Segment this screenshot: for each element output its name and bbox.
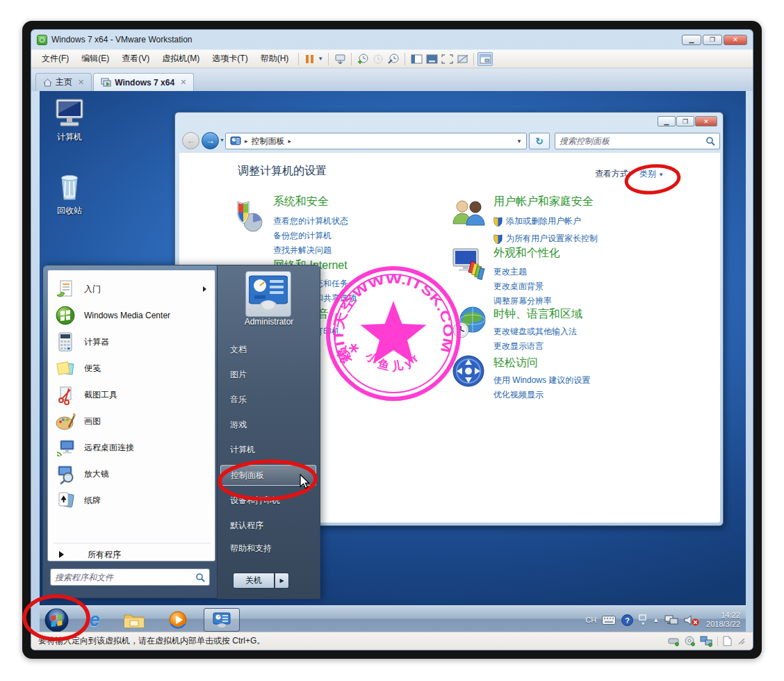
library-icon[interactable] [477,52,493,66]
start-right-default-programs[interactable]: 默认程序 [220,515,316,536]
volume-muted-icon[interactable] [684,614,699,626]
menu-vm[interactable]: 虚拟机(M) [156,51,206,67]
link-change-display-language[interactable]: 更改显示语言 [493,340,544,352]
category-clock-language[interactable]: 时钟、语言和区域 [493,307,582,322]
cp-minimize-button[interactable]: ▁ [658,116,676,126]
category-user-accounts[interactable]: 用户帐户和家庭安全 [493,195,594,209]
menu-file[interactable]: 文件(F) [35,51,75,67]
cp-restore-button[interactable]: ❐ [676,116,694,126]
start-search-input[interactable] [55,573,195,582]
show-hidden-icons-icon[interactable]: ▲ [653,616,659,623]
taskbar-explorer-icon[interactable] [119,608,149,632]
revert-snapshot-icon[interactable] [370,52,386,66]
network-icon[interactable] [664,614,678,625]
message-note-icon[interactable] [722,636,733,646]
start-item-solitaire[interactable]: 纸牌 [49,487,213,514]
start-right-documents[interactable]: 文档 [220,339,316,360]
pause-dropdown-icon[interactable]: ▼ [318,56,323,62]
link-backup-computer[interactable]: 备份您的计算机 [273,230,332,242]
start-right-devices-printers[interactable]: 设备和打印机 [220,490,316,511]
system-security-icon[interactable] [228,197,264,233]
tab-vm[interactable]: Windows 7 x64 ✕ [93,73,194,91]
language-indicator[interactable]: CH [585,616,596,624]
console-view-icon[interactable] [424,52,439,66]
close-button[interactable]: ✕ [724,35,747,45]
tab-home-close-icon[interactable]: ✕ [78,78,84,87]
link-change-theme[interactable]: 更改主题 [493,266,527,278]
pause-icon[interactable] [302,52,318,66]
category-ease-of-access[interactable]: 轻松访问 [493,356,538,370]
shutdown-options-arrow[interactable]: ▶ [275,573,289,589]
category-appearance[interactable]: 外观和个性化 [493,246,560,261]
link-add-remove-accounts[interactable]: 添加或删除用户帐户 [493,215,581,227]
cd-drive-icon[interactable] [684,636,696,646]
start-right-help-support[interactable]: 帮助和支持 [220,538,316,559]
desktop-icon-recycle-bin[interactable]: 回收站 [44,169,95,217]
start-item-media-center[interactable]: Windows Media Center [49,302,213,329]
taskbar-control-panel-task[interactable] [204,608,240,632]
start-right-pictures[interactable]: 图片 [220,364,316,385]
start-item-calculator[interactable]: 计算器 [49,329,213,355]
breadcrumb-arrow-icon[interactable]: ▸ [288,138,292,145]
user-avatar[interactable] [245,271,291,317]
start-item-magnifier[interactable]: 放大镜 [49,461,213,487]
link-find-fix-problems[interactable]: 查找并解决问题 [273,245,332,256]
help-icon[interactable]: ? [621,614,633,626]
start-item-getting-started[interactable]: 入门 [49,276,213,302]
tab-vm-close-icon[interactable]: ✕ [180,78,186,87]
start-right-computer[interactable]: 计算机 [220,439,316,460]
restore-button[interactable]: ❐ [703,35,722,45]
nav-history-dropdown-icon[interactable]: ▼ [220,138,224,142]
start-right-control-panel[interactable]: 控制面板 [220,465,316,486]
start-item-sticky-notes[interactable]: 便笺 [49,355,213,381]
taskbar-ie-icon[interactable]: e [80,608,109,632]
menu-edit[interactable]: 编辑(E) [75,51,115,67]
refresh-button[interactable]: ↻ [529,133,550,149]
take-snapshot-icon[interactable] [355,52,370,66]
snapshot-manager-icon[interactable] [386,52,401,66]
network-adapter-icon[interactable] [700,636,713,647]
taskbar-media-player-icon[interactable] [163,608,193,632]
forward-button[interactable]: → [202,132,219,149]
start-item-paint[interactable]: 画图 [49,408,213,434]
start-button[interactable] [42,608,70,632]
desktop-icon-computer[interactable]: 计算机 [44,97,95,143]
back-button[interactable]: ← [182,132,199,149]
start-search-box[interactable] [50,568,210,586]
keyboard-icon[interactable] [602,616,616,625]
show-sidebar-icon[interactable] [409,52,424,66]
view-by-dropdown[interactable]: 类别 ▼ [639,168,664,180]
all-programs[interactable]: 所有程序 [49,545,213,564]
link-change-input-method[interactable]: 更改键盘或其他输入法 [493,326,577,338]
link-change-background[interactable]: 更改桌面背景 [493,281,544,293]
taskbar-clock[interactable]: 14:22 2018/3/22 [706,611,740,629]
link-suggested-settings[interactable]: 使用 Windows 建议的设置 [493,375,590,386]
clock-language-icon[interactable] [450,304,488,340]
cp-search-input[interactable] [560,136,705,146]
address-bar[interactable]: ▸ 控制面板 ▸ ▼ [225,133,527,149]
language-bar-options-icon[interactable]: ▼ [639,614,647,626]
category-system-security[interactable]: 系统和安全 [273,195,329,209]
link-parental-controls[interactable]: 为所有用户设置家长控制 [493,233,598,245]
tab-home[interactable]: 主页 ✕ [35,73,92,91]
ease-of-access-icon[interactable] [450,353,487,389]
breadcrumb-control-panel[interactable]: 控制面板 [252,136,285,147]
menu-tabs[interactable]: 选项卡(T) [206,51,254,67]
menu-help[interactable]: 帮助(H) [254,51,295,67]
cp-search-box[interactable] [555,133,720,149]
resize-grip[interactable] [737,637,746,646]
appearance-icon[interactable] [450,246,488,281]
link-view-computer-status[interactable]: 查看您的计算机状态 [273,215,348,227]
link-optimize-visual-display[interactable]: 优化视频显示 [493,389,544,401]
unity-icon[interactable] [455,52,470,66]
start-right-music[interactable]: 音乐 [220,389,316,410]
shutdown-button[interactable]: 关机 [233,573,275,589]
hard-disk-icon[interactable] [668,636,680,646]
start-item-snipping-tool[interactable]: 截图工具 [49,381,213,408]
link-adjust-resolution[interactable]: 调整屏幕分辨率 [493,295,552,307]
user-accounts-icon[interactable] [450,197,488,232]
minimize-button[interactable]: ▁ [682,35,701,45]
start-item-remote-desktop[interactable]: 远程桌面连接 [49,434,213,461]
send-ctrl-alt-del-icon[interactable] [332,52,348,66]
start-right-games[interactable]: 游戏 [220,414,316,435]
